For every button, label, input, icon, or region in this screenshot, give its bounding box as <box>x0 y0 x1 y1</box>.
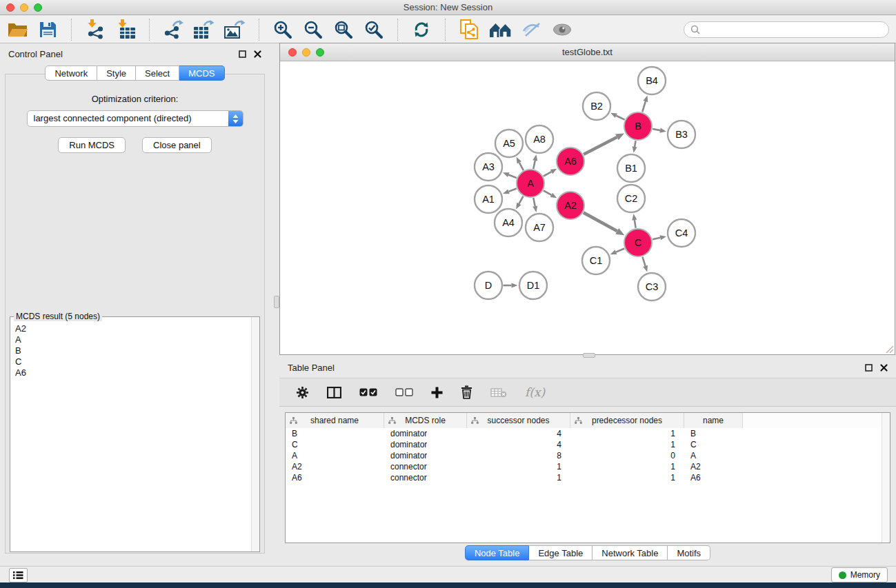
graph-node-A2[interactable]: A2 <box>557 192 584 219</box>
edge-A-A2[interactable] <box>544 190 552 194</box>
edge-B-B2[interactable] <box>616 116 624 120</box>
cell-shared-name[interactable]: A <box>286 450 384 461</box>
run-mcds-button[interactable]: Run MCDS <box>58 137 126 153</box>
tab-mcds[interactable]: MCDS <box>179 65 224 81</box>
tab-style[interactable]: Style <box>97 65 136 81</box>
cell-name[interactable]: C <box>684 439 743 450</box>
edge-B-B1[interactable] <box>635 141 635 147</box>
apply-layout-button[interactable] <box>411 18 432 41</box>
cell-successor-nodes[interactable]: 4 <box>467 428 570 439</box>
column-header-successor-nodes[interactable]: successor nodes <box>467 413 570 428</box>
cell-mcds-role[interactable]: dominator <box>384 450 467 461</box>
edge-A-A7[interactable] <box>533 198 535 206</box>
graph-node-B4[interactable]: B4 <box>638 67 666 94</box>
edge-A-A6[interactable] <box>544 172 552 176</box>
tab-network[interactable]: Network <box>45 65 97 81</box>
cell-mcds-role[interactable]: connector <box>384 461 467 472</box>
cell-shared-name[interactable]: B <box>286 428 384 439</box>
network-minimize-button[interactable] <box>302 48 310 57</box>
cell-mcds-role[interactable]: dominator <box>384 428 467 439</box>
hide-details-button[interactable] <box>521 18 542 41</box>
cell-name[interactable]: B <box>684 428 743 439</box>
graph-node-A7[interactable]: A7 <box>526 214 553 241</box>
cell-shared-name[interactable]: A2 <box>286 461 384 472</box>
cell-predecessor-nodes[interactable]: 1 <box>570 461 684 472</box>
cell-name[interactable]: A2 <box>684 461 743 472</box>
float-panel-icon[interactable] <box>865 364 873 372</box>
panel-divider-handle[interactable] <box>274 296 279 308</box>
tab-motifs[interactable]: Motifs <box>668 545 710 560</box>
graph-node-A8[interactable]: A8 <box>526 125 553 153</box>
edge-B-B3[interactable] <box>653 129 660 130</box>
open-session-button[interactable] <box>7 18 28 41</box>
manage-networks-button[interactable] <box>459 18 479 41</box>
export-network-button[interactable] <box>163 18 183 41</box>
edge-C-C1[interactable] <box>616 248 624 252</box>
graph-node-B2[interactable]: B2 <box>583 92 610 120</box>
zoom-window-button[interactable] <box>34 3 42 12</box>
close-panel-icon[interactable] <box>254 50 261 58</box>
show-details-button[interactable] <box>552 18 573 41</box>
cell-shared-name[interactable]: C <box>286 439 384 450</box>
export-image-button[interactable] <box>224 18 246 41</box>
show-columns-button[interactable] <box>327 387 341 398</box>
network-graph[interactable]: B4B2BB3A8A5A6B1A3AC2A1A2A4A7C4CC1C3DD1 <box>280 61 895 354</box>
cell-predecessor-nodes[interactable]: 1 <box>570 439 684 450</box>
zoom-out-button[interactable] <box>303 18 323 41</box>
minimize-window-button[interactable] <box>20 3 28 12</box>
table-row-A6[interactable]: A6connector11A6 <box>286 472 890 483</box>
delete-table-button[interactable] <box>490 387 507 398</box>
graph-node-A3[interactable]: A3 <box>475 153 502 181</box>
table-options-button[interactable] <box>296 386 309 399</box>
edge-A-A1[interactable] <box>508 189 516 192</box>
cell-predecessor-nodes[interactable]: 1 <box>570 472 684 483</box>
table-row-A[interactable]: Adominator80A <box>286 450 890 461</box>
graph-node-B[interactable]: B <box>624 112 652 140</box>
graph-node-B3[interactable]: B3 <box>668 121 695 148</box>
cell-successor-nodes[interactable]: 1 <box>467 472 570 483</box>
network-canvas[interactable]: B4B2BB3A8A5A6B1A3AC2A1A2A4A7C4CC1C3DD1 <box>280 61 895 354</box>
graph-node-A[interactable]: A <box>517 170 544 197</box>
cell-successor-nodes[interactable]: 1 <box>467 461 570 472</box>
delete-button[interactable] <box>461 385 472 399</box>
column-header-name[interactable]: name <box>684 413 743 428</box>
import-network-button[interactable] <box>85 18 106 41</box>
edge-A-A8[interactable] <box>533 161 535 169</box>
edge-C-C3[interactable] <box>642 257 645 266</box>
float-panel-icon[interactable] <box>239 50 246 58</box>
tab-select[interactable]: Select <box>136 65 179 81</box>
cell-predecessor-nodes[interactable]: 1 <box>570 428 684 439</box>
zoom-in-button[interactable] <box>272 18 293 41</box>
zoom-selected-button[interactable] <box>364 18 384 41</box>
cell-mcds-role[interactable]: dominator <box>384 439 467 450</box>
close-window-button[interactable] <box>6 3 14 12</box>
graph-node-C3[interactable]: C3 <box>638 273 666 301</box>
import-table-button[interactable] <box>115 18 136 41</box>
graph-node-A1[interactable]: A1 <box>475 185 502 213</box>
network-close-button[interactable] <box>288 48 297 57</box>
cell-shared-name[interactable]: A6 <box>286 472 384 483</box>
mcds-result-item-A2[interactable]: A2 <box>15 323 255 334</box>
deselect-all-button[interactable] <box>395 388 413 396</box>
graph-node-C4[interactable]: C4 <box>668 219 695 247</box>
function-builder-button[interactable]: f(x) <box>525 385 545 399</box>
cell-predecessor-nodes[interactable]: 0 <box>570 450 684 461</box>
edge-A6-B[interactable] <box>584 137 617 154</box>
table-scrollbar[interactable] <box>882 413 890 543</box>
save-session-button[interactable] <box>37 18 58 41</box>
edge-B-B4[interactable] <box>642 101 646 112</box>
cell-mcds-role[interactable]: connector <box>384 472 467 483</box>
edge-A-A4[interactable] <box>519 196 523 204</box>
select-all-button[interactable] <box>359 388 377 396</box>
export-table-button[interactable] <box>193 18 215 41</box>
graph-node-D1[interactable]: D1 <box>519 272 547 299</box>
tab-edge-table[interactable]: Edge Table <box>529 545 593 560</box>
graph-node-C1[interactable]: C1 <box>582 247 610 274</box>
tab-node-table[interactable]: Node Table <box>465 545 530 560</box>
mcds-result-item-C[interactable]: C <box>15 356 255 367</box>
column-header-predecessor-nodes[interactable]: predecessor nodes <box>570 413 684 428</box>
graph-node-A4[interactable]: A4 <box>495 209 522 236</box>
close-panel-icon[interactable] <box>880 364 888 372</box>
graph-node-A5[interactable]: A5 <box>495 130 523 157</box>
network-window-titlebar[interactable]: testGlobe.txt <box>280 43 895 61</box>
